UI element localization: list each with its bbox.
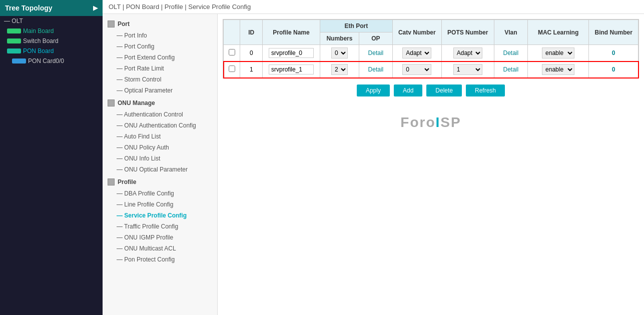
row1-detail-link[interactable]: Detail <box>368 66 384 73</box>
watermark: ForoISP <box>223 100 639 136</box>
nav-item-line-profile-config[interactable]: — Line Profile Config <box>103 199 217 210</box>
nav-section-port-header[interactable]: Port <box>103 18 217 30</box>
nav-item-dba-profile-config[interactable]: — DBA Profile Config <box>103 188 217 199</box>
row1-eth-numbers-cell: 0 1 2 3 <box>320 62 359 78</box>
watermark-suffix: SP <box>440 114 461 130</box>
breadcrumb-text: OLT | PON Board | Profile | Service Prof… <box>109 3 251 10</box>
nav-item-storm-control[interactable]: — Storm Control <box>103 74 217 85</box>
action-buttons: Apply Add Delete Refresh <box>223 78 639 100</box>
switch-board-icon <box>7 38 21 44</box>
tree-node-main-board[interactable]: Main Board <box>0 26 103 36</box>
nav-item-pon-protect-config[interactable]: — Pon Protect Config <box>103 254 217 265</box>
port-section-label: Port <box>118 20 130 28</box>
row0-bind-number: 0 <box>589 45 638 62</box>
main-board-label: Main Board <box>23 28 54 34</box>
nav-item-port-config[interactable]: — Port Config <box>103 41 217 52</box>
main-board-icon <box>7 28 21 34</box>
right-content: ID Profile Name Eth Port Catv Number POT… <box>218 14 644 315</box>
service-profile-table-container: ID Profile Name Eth Port Catv Number POT… <box>223 19 639 78</box>
row1-eth-numbers-select[interactable]: 0 1 2 3 <box>331 64 348 75</box>
col-header-mac-learning: MAC Learning <box>527 20 589 45</box>
nav-item-authentication-control[interactable]: — Authentication Control <box>103 109 217 120</box>
row1-checkbox-cell <box>224 62 240 78</box>
nav-item-onu-info-list[interactable]: — ONU Info List <box>103 153 217 164</box>
row1-catv-cell: Adapt 0 1 <box>392 62 441 78</box>
row0-mac-cell: enable disable <box>527 45 589 62</box>
row0-vlan-detail-link[interactable]: Detail <box>503 50 518 56</box>
nav-item-traffic-profile-config[interactable]: — Traffic Profile Config <box>103 221 217 232</box>
row0-vlan-cell: Detail <box>494 45 527 62</box>
profile-section-label: Profile <box>118 178 136 186</box>
tree-node-switch-board[interactable]: Switch Board <box>0 36 103 46</box>
row0-profile-name <box>263 45 320 62</box>
sidebar: Tree Topology ▶ — OLT Main Board Switch … <box>0 0 103 315</box>
row0-pots-select[interactable]: Adapt 0 1 <box>453 48 482 58</box>
col-header-eth-numbers: Numbers <box>320 32 359 45</box>
row1-profile-name <box>263 62 320 78</box>
row1-mac-cell: enable disable <box>527 62 589 78</box>
col-header-eth-port: Eth Port <box>320 20 392 32</box>
sidebar-header: Tree Topology ▶ <box>0 0 103 16</box>
add-button[interactable]: Add <box>394 84 422 96</box>
col-header-pots-number: POTS Number <box>441 20 494 45</box>
row1-catv-select[interactable]: Adapt 0 1 <box>402 64 431 75</box>
sidebar-collapse-arrow[interactable]: ▶ <box>93 4 98 12</box>
row0-checkbox-cell <box>224 45 240 62</box>
row1-vlan-detail-link[interactable]: Detail <box>503 66 518 73</box>
row0-catv-select[interactable]: Adapt 0 1 <box>402 48 431 58</box>
pon-card-icon <box>12 58 26 64</box>
table-row: 0 0 1 2 3 <box>224 45 638 62</box>
nav-section-profile-header[interactable]: Profile <box>103 176 217 188</box>
pon-board-label: PON Board <box>23 48 54 54</box>
watermark-highlight: I <box>436 114 441 130</box>
onu-manage-section-icon <box>108 100 115 106</box>
main-panel: OLT | PON Board | Profile | Service Prof… <box>103 0 644 315</box>
onu-manage-section-label: ONU Manage <box>118 100 155 106</box>
nav-item-auto-find-list[interactable]: — Auto Find List <box>103 131 217 142</box>
row0-pots-cell: Adapt 0 1 <box>441 45 494 62</box>
delete-button[interactable]: Delete <box>426 84 462 96</box>
row1-eth-op: Detail <box>359 62 392 78</box>
row0-eth-numbers-select[interactable]: 0 1 2 3 <box>331 48 348 58</box>
tree-node-olt[interactable]: — OLT <box>0 16 103 26</box>
nav-item-service-profile-config[interactable]: — Service Profile Config <box>103 210 217 221</box>
nav-section-onu-manage-header[interactable]: ONU Manage <box>103 97 217 109</box>
nav-item-port-extend-config[interactable]: — Port Extend Config <box>103 52 217 63</box>
row1-profile-name-input[interactable] <box>269 64 314 74</box>
nav-section-profile: Profile — DBA Profile Config — Line Prof… <box>103 176 217 265</box>
row0-eth-numbers-cell: 0 1 2 3 <box>320 45 359 62</box>
row0-mac-select[interactable]: enable disable <box>542 48 574 58</box>
nav-section-onu-manage: ONU Manage — Authentication Control — ON… <box>103 97 217 175</box>
nav-item-port-rate-limit[interactable]: — Port Rate Limit <box>103 63 217 74</box>
port-section-icon <box>108 20 115 28</box>
row0-checkbox[interactable] <box>229 49 235 56</box>
row0-detail-link[interactable]: Detail <box>368 50 384 56</box>
content-area: Port — Port Info — Port Config — Port Ex… <box>103 14 644 315</box>
breadcrumb-bar: OLT | PON Board | Profile | Service Prof… <box>103 0 644 14</box>
refresh-button[interactable]: Refresh <box>466 84 505 96</box>
tree-node-pon-board[interactable]: PON Board <box>0 46 103 56</box>
row1-mac-select[interactable]: enable disable <box>542 64 574 75</box>
nav-item-onu-authentication-config[interactable]: — ONU Authentication Config <box>103 120 217 131</box>
row1-vlan-cell: Detail <box>494 62 527 78</box>
row1-id: 1 <box>240 62 263 78</box>
tree-node-pon-card[interactable]: PON Card0/0 <box>0 56 103 66</box>
row1-checkbox[interactable] <box>229 66 235 72</box>
apply-button[interactable]: Apply <box>357 84 390 96</box>
row0-profile-name-input[interactable] <box>269 48 314 58</box>
row0-catv-cell: Adapt 0 1 <box>392 45 441 62</box>
table-row: 1 0 1 2 3 <box>224 62 638 78</box>
nav-item-onu-optical-parameter[interactable]: — ONU Optical Parameter <box>103 164 217 175</box>
nav-item-onu-policy-auth[interactable]: — ONU Policy Auth <box>103 142 217 153</box>
olt-label: — OLT <box>4 18 23 24</box>
nav-item-port-info[interactable]: — Port Info <box>103 30 217 41</box>
profile-section-icon <box>108 178 115 186</box>
col-header-vlan: Vlan <box>494 20 527 45</box>
row0-id: 0 <box>240 45 263 62</box>
row1-bind-number: 0 <box>589 62 638 78</box>
nav-item-onu-igmp-profile[interactable]: — ONU IGMP Profile <box>103 232 217 243</box>
row1-pots-select[interactable]: Adapt 0 1 <box>453 64 482 75</box>
nav-section-port: Port — Port Info — Port Config — Port Ex… <box>103 18 217 96</box>
nav-item-optical-parameter[interactable]: — Optical Parameter <box>103 85 217 96</box>
nav-item-onu-multicast-acl[interactable]: — ONU Multicast ACL <box>103 243 217 254</box>
